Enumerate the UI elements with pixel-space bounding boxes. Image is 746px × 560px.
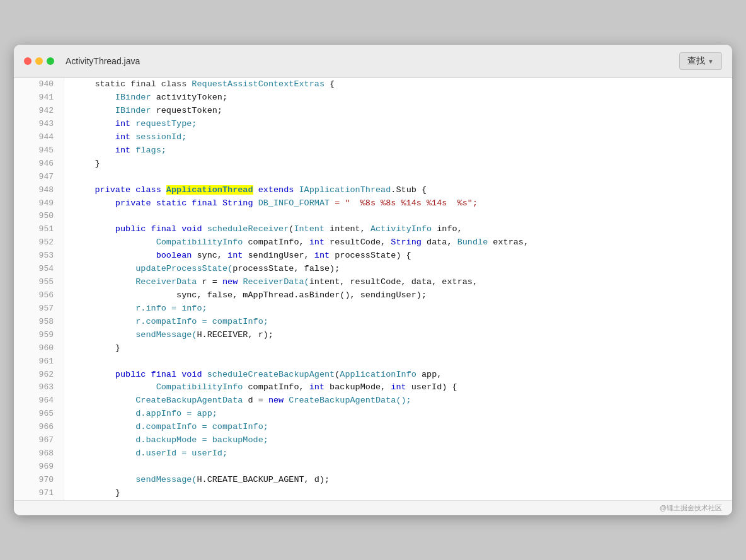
table-row: 959 sendMessage(H.RECEIVER, r);: [14, 329, 732, 342]
table-row: 971 }: [14, 487, 732, 500]
line-code: [64, 171, 732, 184]
line-number: 943: [14, 118, 64, 131]
table-row: 946 }: [14, 157, 732, 171]
line-number: 961: [14, 355, 64, 369]
line-number: 946: [14, 157, 64, 171]
line-code: IBinder activityToken;: [64, 91, 732, 105]
watermark: @锤土掘金技术社区: [660, 504, 722, 511]
line-code: updateProcessState(processState, false);: [64, 263, 732, 276]
line-number: 959: [14, 329, 64, 342]
table-row: 941 IBinder activityToken;: [14, 91, 732, 105]
line-code: r.compatInfo = compatInfo;: [64, 316, 732, 329]
line-code: CompatibilityInfo compatInfo, int backup…: [64, 381, 732, 394]
line-number: 958: [14, 316, 64, 329]
line-code: }: [64, 342, 732, 355]
table-row: 964 CreateBackupAgentData d = new Create…: [14, 394, 732, 408]
line-code: public final void scheduleReceiver(Inten…: [64, 223, 732, 236]
line-number: 968: [14, 447, 64, 460]
line-number: 970: [14, 474, 64, 487]
line-number: 962: [14, 369, 64, 382]
table-row: 961: [14, 355, 732, 369]
table-row: 960 }: [14, 342, 732, 355]
line-number: 955: [14, 276, 64, 289]
line-code: sendMessage(H.RECEIVER, r);: [64, 329, 732, 342]
line-code: ReceiverData r = new ReceiverData(intent…: [64, 276, 732, 289]
table-row: 953 boolean sync, int sendingUser, int p…: [14, 249, 732, 263]
line-number: 963: [14, 381, 64, 394]
find-button[interactable]: 查找 ▼: [679, 52, 722, 70]
table-row: 945 int flags;: [14, 144, 732, 157]
line-code: sendMessage(H.CREATE_BACKUP_AGENT, d);: [64, 474, 732, 487]
line-code: [64, 460, 732, 474]
table-row: 951 public final void scheduleReceiver(I…: [14, 223, 732, 236]
table-row: 940 static final class RequestAssistCont…: [14, 78, 732, 91]
line-code: }: [64, 487, 732, 500]
line-number: 956: [14, 289, 64, 302]
line-code: [64, 210, 732, 223]
line-code: static final class RequestAssistContextE…: [64, 78, 732, 91]
line-code: IBinder requestToken;: [64, 105, 732, 118]
line-code: sync, false, mAppThread.asBinder(), send…: [64, 289, 732, 302]
line-code: [64, 355, 732, 369]
line-number: 954: [14, 263, 64, 276]
line-number: 971: [14, 487, 64, 500]
table-row: 947: [14, 171, 732, 184]
table-row: 967 d.backupMode = backupMode;: [14, 434, 732, 447]
file-title: ActivityThread.java: [66, 56, 140, 66]
code-table: 940 static final class RequestAssistCont…: [14, 78, 732, 500]
line-code: d.compatInfo = compatInfo;: [64, 421, 732, 434]
maximize-button[interactable]: [47, 57, 54, 65]
table-row: 952 CompatibilityInfo compatInfo, int re…: [14, 236, 732, 249]
table-row: 968 d.userId = userId;: [14, 447, 732, 460]
code-area[interactable]: 940 static final class RequestAssistCont…: [14, 78, 732, 500]
line-code: CreateBackupAgentData d = new CreateBack…: [64, 394, 732, 408]
table-row: 948 private class ApplicationThread exte…: [14, 184, 732, 197]
line-number: 969: [14, 460, 64, 474]
table-row: 949 private static final String DB_INFO_…: [14, 197, 732, 210]
table-row: 942 IBinder requestToken;: [14, 105, 732, 118]
window-buttons: [24, 57, 54, 65]
table-row: 963 CompatibilityInfo compatInfo, int ba…: [14, 381, 732, 394]
table-row: 966 d.compatInfo = compatInfo;: [14, 421, 732, 434]
line-number: 951: [14, 223, 64, 236]
editor-window: ActivityThread.java 查找 ▼ 940 static fina…: [14, 45, 732, 515]
line-code: private static final String DB_INFO_FORM…: [64, 197, 732, 210]
line-number: 952: [14, 236, 64, 249]
line-number: 967: [14, 434, 64, 447]
line-code: d.backupMode = backupMode;: [64, 434, 732, 447]
line-number: 941: [14, 91, 64, 105]
table-row: 956 sync, false, mAppThread.asBinder(), …: [14, 289, 732, 302]
line-number: 942: [14, 105, 64, 118]
line-number: 947: [14, 171, 64, 184]
line-number: 960: [14, 342, 64, 355]
line-number: 940: [14, 78, 64, 91]
line-code: int flags;: [64, 144, 732, 157]
table-row: 962 public final void scheduleCreateBack…: [14, 369, 732, 382]
table-row: 965 d.appInfo = app;: [14, 408, 732, 421]
table-row: 943 int requestType;: [14, 118, 732, 131]
line-number: 945: [14, 144, 64, 157]
title-bar: ActivityThread.java 查找 ▼: [14, 45, 732, 78]
line-code: boolean sync, int sendingUser, int proce…: [64, 249, 732, 263]
line-number: 953: [14, 249, 64, 263]
table-row: 955 ReceiverData r = new ReceiverData(in…: [14, 276, 732, 289]
line-number: 957: [14, 302, 64, 316]
line-code: r.info = info;: [64, 302, 732, 316]
table-row: 970 sendMessage(H.CREATE_BACKUP_AGENT, d…: [14, 474, 732, 487]
table-row: 954 updateProcessState(processState, fal…: [14, 263, 732, 276]
line-code: }: [64, 157, 732, 171]
line-number: 944: [14, 131, 64, 144]
table-row: 957 r.info = info;: [14, 302, 732, 316]
table-row: 950: [14, 210, 732, 223]
close-button[interactable]: [24, 57, 32, 65]
line-number: 964: [14, 394, 64, 408]
title-bar-left: ActivityThread.java: [24, 56, 140, 66]
line-code: d.userId = userId;: [64, 447, 732, 460]
minimize-button[interactable]: [35, 57, 43, 65]
line-number: 965: [14, 408, 64, 421]
table-row: 958 r.compatInfo = compatInfo;: [14, 316, 732, 329]
footer: @锤土掘金技术社区: [14, 500, 732, 515]
line-code: CompatibilityInfo compatInfo, int result…: [64, 236, 732, 249]
line-code: public final void scheduleCreateBackupAg…: [64, 369, 732, 382]
line-number: 966: [14, 421, 64, 434]
